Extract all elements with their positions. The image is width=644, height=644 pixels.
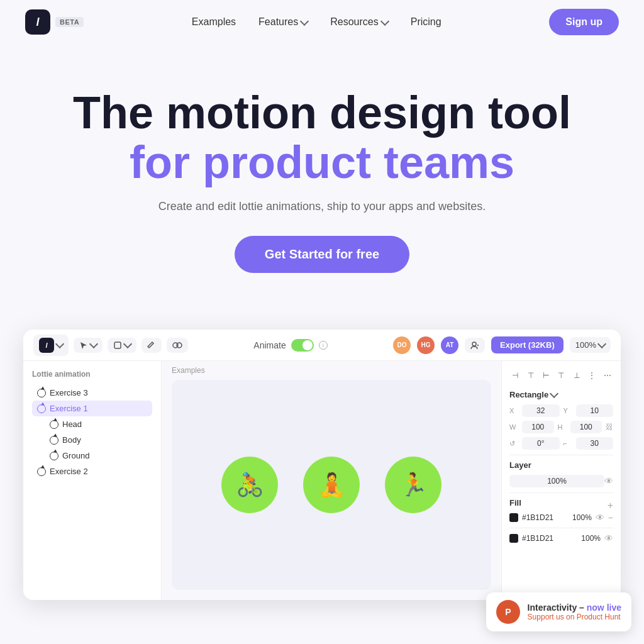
navbar: l BETA Examples Features Resources Prici… bbox=[0, 0, 644, 44]
layer-section-title: Layer bbox=[509, 460, 613, 470]
y-label: Y bbox=[564, 407, 572, 414]
nav-left: l BETA bbox=[25, 9, 84, 35]
loop-icon bbox=[37, 467, 46, 476]
corner-label: ⌐ bbox=[564, 440, 572, 447]
chevron-down-icon bbox=[55, 340, 64, 348]
eye-icon-fill2[interactable]: 👁 bbox=[604, 533, 613, 543]
product-hunt-logo: P bbox=[496, 600, 520, 624]
sidebar-sub-items: Head Body Ground bbox=[32, 416, 152, 464]
hero-subtitle: Create and edit lottie animations, ship … bbox=[13, 200, 631, 213]
nav-pricing[interactable]: Pricing bbox=[411, 16, 441, 28]
svg-rect-0 bbox=[114, 342, 121, 348]
align-center-h-icon[interactable]: ⊤ bbox=[525, 369, 536, 382]
fill-header: Fill + bbox=[509, 498, 613, 513]
fill-hex[interactable]: #1B1D21 bbox=[522, 513, 569, 522]
animate-toggle[interactable] bbox=[291, 339, 314, 352]
nav-examples[interactable]: Examples bbox=[192, 16, 236, 28]
ph-title: Interactivity – now live bbox=[528, 602, 621, 613]
align-center-v-icon[interactable]: ⊥ bbox=[571, 369, 582, 382]
invite-button[interactable] bbox=[465, 338, 485, 353]
h-value[interactable]: 100 bbox=[570, 421, 602, 433]
fill-row-1: #1B1D21 100% 👁 − bbox=[509, 513, 613, 523]
x-value[interactable]: 32 bbox=[522, 404, 560, 417]
corner-value[interactable]: 30 bbox=[576, 437, 614, 450]
remove-fill-icon[interactable]: − bbox=[608, 513, 613, 523]
add-fill-icon[interactable]: + bbox=[608, 500, 613, 511]
y-value[interactable]: 10 bbox=[576, 404, 614, 417]
sidebar-item-ground[interactable]: Ground bbox=[45, 448, 152, 464]
eye-icon[interactable]: 👁 bbox=[604, 476, 613, 486]
signup-button[interactable]: Sign up bbox=[549, 9, 619, 35]
distribute-icon[interactable]: ⋮ bbox=[586, 369, 597, 382]
align-top-icon[interactable]: ⊤ bbox=[555, 369, 567, 382]
w-value[interactable]: 100 bbox=[522, 421, 554, 433]
add-user-icon bbox=[470, 341, 479, 350]
properties-section-title: Rectangle bbox=[509, 390, 613, 399]
loop-icon bbox=[50, 452, 58, 460]
product-hunt-toast[interactable]: P Interactivity – now live Support us on… bbox=[486, 592, 631, 631]
nav-center: Examples Features Resources Pricing bbox=[192, 16, 441, 28]
beta-badge: BETA bbox=[55, 17, 84, 27]
hero-section: The motion design tool for product teams… bbox=[0, 44, 644, 298]
sidebar-item-exercise2[interactable]: Exercise 2 bbox=[32, 464, 152, 479]
fill-row-2: #1B1D21 100% 👁 bbox=[509, 533, 613, 543]
properties-panel: ⊣ ⊤ ⊢ ⊤ ⊥ ⋮ ⋯ Rectangle X 32 Y 10 W 100 bbox=[501, 361, 621, 600]
logo[interactable]: l bbox=[25, 9, 50, 35]
sidebar-item-body[interactable]: Body bbox=[45, 432, 152, 448]
align-left-icon[interactable]: ⊣ bbox=[509, 369, 521, 382]
nav-features[interactable]: Features bbox=[258, 16, 308, 28]
app-body: Lottie animation Exercise 3 Exercise 1 H… bbox=[23, 361, 621, 600]
get-started-button[interactable]: Get Started for free bbox=[235, 236, 409, 273]
r-value[interactable]: 0° bbox=[522, 437, 560, 450]
info-icon[interactable]: i bbox=[319, 341, 328, 350]
mask-tool[interactable] bbox=[167, 338, 188, 353]
pen-icon bbox=[147, 341, 156, 350]
shape-icon bbox=[113, 341, 122, 350]
mask-icon bbox=[172, 341, 182, 350]
props-toolbar: ⊣ ⊤ ⊢ ⊤ ⊥ ⋮ ⋯ bbox=[509, 369, 613, 382]
fill-hex-2[interactable]: #1B1D21 bbox=[522, 534, 577, 543]
pen-tool[interactable] bbox=[142, 338, 162, 353]
fill-swatch-2[interactable] bbox=[509, 534, 518, 543]
cursor-icon bbox=[79, 341, 88, 350]
ph-title-highlight: now live bbox=[587, 602, 621, 613]
w-label: W bbox=[509, 423, 518, 431]
shape-tool[interactable] bbox=[108, 338, 136, 353]
align-right-icon[interactable]: ⊢ bbox=[540, 369, 552, 382]
canvas-area: Examples 🚴 🧘 🏃 bbox=[162, 361, 501, 600]
chevron-down-icon bbox=[380, 16, 389, 25]
zoom-selector[interactable]: 100% bbox=[570, 337, 611, 353]
layer-opacity-value[interactable]: 100% bbox=[509, 475, 604, 487]
sidebar-item-head[interactable]: Head bbox=[45, 416, 152, 432]
link-icon[interactable]: ⛓ bbox=[606, 423, 613, 431]
fill-opacity-2[interactable]: 100% bbox=[581, 534, 601, 543]
nav-resources[interactable]: Resources bbox=[330, 16, 387, 28]
canvas-content: 🚴 🧘 🏃 bbox=[172, 380, 491, 590]
chevron-down-icon bbox=[300, 16, 309, 25]
props-corner-row: ↺ 0° ⌐ 30 bbox=[509, 437, 613, 450]
more-icon[interactable]: ⋯ bbox=[602, 369, 613, 382]
sidebar-title: Lottie animation bbox=[32, 370, 152, 379]
svg-text:P: P bbox=[505, 607, 511, 617]
app-screenshot: l Animate i D bbox=[23, 330, 621, 600]
hero-title-line2: for product teams bbox=[13, 138, 631, 187]
cursor-tool[interactable] bbox=[74, 338, 103, 353]
fill-opacity[interactable]: 100% bbox=[572, 513, 592, 522]
chevron-down-icon bbox=[123, 340, 132, 348]
avatar-at: AT bbox=[441, 336, 458, 354]
chevron-down-icon bbox=[597, 340, 606, 348]
sidebar-item-exercise3[interactable]: Exercise 3 bbox=[32, 385, 152, 401]
fill-swatch[interactable] bbox=[509, 513, 518, 522]
ph-subtitle: Support us on Product Hunt bbox=[528, 613, 621, 621]
eye-icon-fill[interactable]: 👁 bbox=[596, 513, 604, 523]
exercise-icon-3: 🏃 bbox=[385, 457, 441, 513]
sidebar-item-exercise1[interactable]: Exercise 1 bbox=[32, 401, 152, 416]
r-label: ↺ bbox=[509, 440, 518, 448]
nav-right: Sign up bbox=[549, 9, 619, 35]
fill-section-title: Fill bbox=[509, 498, 521, 508]
exercise-icon-2: 🧘 bbox=[303, 457, 360, 513]
logo-button[interactable]: l bbox=[33, 335, 69, 356]
exercise-icon-1: 🚴 bbox=[221, 457, 278, 513]
toolbar-center: Animate i bbox=[253, 339, 327, 352]
export-button[interactable]: Export (32KB) bbox=[491, 336, 564, 353]
